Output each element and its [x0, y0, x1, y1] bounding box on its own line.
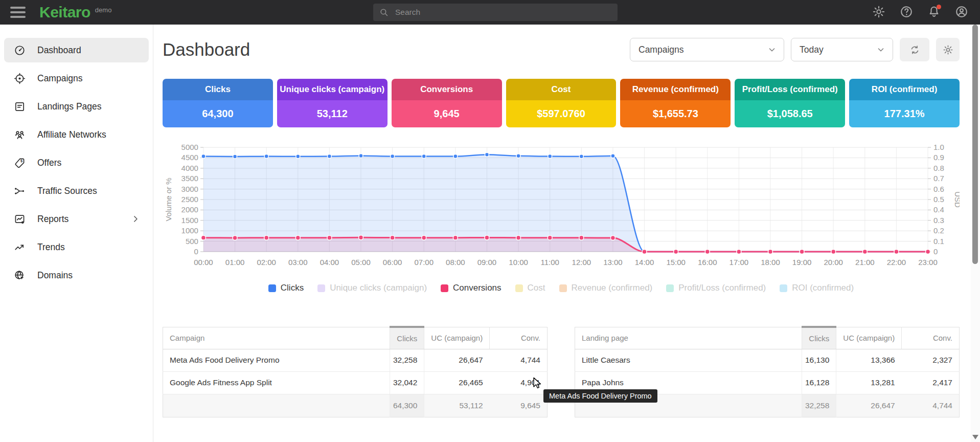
svg-text:3000: 3000	[181, 185, 198, 193]
metric-value: 177.31%	[849, 100, 960, 127]
svg-text:20:00: 20:00	[824, 258, 843, 267]
metric-value: 53,112	[277, 100, 388, 127]
totals-cell: 64,300	[390, 394, 424, 417]
account-button[interactable]	[954, 5, 969, 19]
refresh-icon	[909, 45, 920, 55]
table-row[interactable]: Google Ads Fitness App Split32,04226,465…	[163, 371, 548, 394]
column-header-uc-campaign[interactable]: UC (campaign)	[424, 327, 490, 349]
svg-text:16:00: 16:00	[698, 258, 717, 267]
trends-icon	[14, 241, 26, 253]
legend-item-unique-clicks-campaign[interactable]: Unique clicks (campaign)	[317, 283, 427, 293]
metric-value: $1,058.65	[735, 100, 845, 127]
sidebar-item-affiliate-networks[interactable]: Affiliate Networks	[4, 122, 149, 147]
sidebar-item-label: Reports	[37, 214, 69, 225]
svg-text:5000: 5000	[181, 143, 198, 151]
sidebar-item-reports[interactable]: Reports	[4, 207, 149, 231]
user-icon	[955, 5, 968, 18]
svg-text:4000: 4000	[181, 164, 198, 172]
traffic-chart[interactable]: 005000.110000.215000.320000.425000.53000…	[163, 143, 960, 274]
svg-text:500: 500	[186, 237, 198, 246]
main-content: Dashboard Campaigns Today	[153, 25, 971, 442]
svg-text:USD: USD	[953, 191, 960, 208]
search-input[interactable]	[395, 8, 611, 17]
sidebar-item-trends[interactable]: Trends	[4, 235, 149, 259]
column-header-landing-page[interactable]: Landing page	[575, 327, 802, 349]
svg-text:0.7: 0.7	[933, 174, 944, 183]
table-row[interactable]: Little Caesars16,13013,3662,327	[575, 349, 960, 371]
help-button[interactable]	[899, 5, 914, 19]
legend-item-cost[interactable]: Cost	[515, 283, 545, 293]
svg-text:3500: 3500	[181, 174, 198, 183]
dashboard-icon	[14, 45, 26, 56]
metric-card-unique-clicks-campaign[interactable]: Unique clicks (campaign)53,112	[277, 79, 388, 127]
menu-toggle-button[interactable]	[10, 7, 26, 18]
domains-icon	[14, 270, 26, 281]
sidebar-item-traffic-sources[interactable]: Traffic Sources	[4, 179, 149, 203]
affiliate-icon	[14, 129, 26, 141]
chart-legend: ClicksUnique clicks (campaign)Conversion…	[163, 283, 960, 293]
sidebar-item-landings-pages[interactable]: Landings Pages	[4, 94, 149, 119]
svg-text:03:00: 03:00	[288, 258, 308, 267]
scroll-down-arrow[interactable]	[972, 435, 978, 439]
reports-icon	[14, 213, 26, 225]
column-header-clicks[interactable]: Clicks	[390, 327, 424, 349]
chevron-down-icon	[767, 45, 777, 54]
metric-card-cost[interactable]: Cost$597.0760	[506, 79, 617, 127]
campaigns-filter-select[interactable]: Campaigns	[630, 38, 784, 61]
date-range-value: Today	[800, 45, 824, 55]
sidebar-item-dashboard[interactable]: Dashboard	[4, 38, 149, 62]
sidebar-item-campaigns[interactable]: Campaigns	[4, 66, 149, 91]
legend-item-revenue-confirmed[interactable]: Revenue (confirmed)	[559, 283, 653, 293]
dashboard-settings-button[interactable]	[936, 38, 960, 61]
legend-swatch	[559, 284, 567, 292]
search-box[interactable]	[373, 4, 618, 21]
legend-item-clicks[interactable]: Clicks	[268, 283, 304, 293]
legend-swatch	[317, 284, 325, 292]
svg-text:08:00: 08:00	[446, 258, 465, 267]
column-header-campaign[interactable]: Campaign	[163, 327, 390, 349]
svg-text:2000: 2000	[181, 205, 198, 214]
settings-button[interactable]	[872, 5, 886, 19]
page-scrollbar[interactable]	[971, 25, 980, 442]
svg-text:0.5: 0.5	[933, 195, 944, 204]
sidebar-item-label: Dashboard	[37, 45, 81, 56]
table-cell: Little Caesars	[575, 349, 802, 371]
svg-text:23:00: 23:00	[918, 258, 938, 267]
table-cell: 32,042	[390, 371, 424, 394]
sidebar-item-label: Offers	[37, 158, 61, 168]
sidebar-item-label: Affiliate Networks	[37, 129, 106, 140]
metric-card-roi-confirmed[interactable]: ROI (confirmed)177.31%	[849, 79, 960, 127]
sidebar-item-offers[interactable]: $Offers	[4, 150, 149, 175]
column-header-conv[interactable]: Conv.	[490, 327, 548, 349]
legend-swatch	[268, 284, 276, 292]
scrollbar-thumb[interactable]	[972, 25, 978, 264]
svg-text:19:00: 19:00	[792, 258, 812, 267]
metric-card-conversions[interactable]: Conversions9,645	[392, 79, 502, 127]
dashboard-controls: Campaigns Today	[630, 38, 960, 61]
legend-label: Conversions	[453, 283, 502, 293]
date-range-select[interactable]: Today	[791, 38, 893, 61]
metric-card-revenue-confirmed[interactable]: Revenue (confirmed)$1,655.73	[620, 79, 731, 127]
legend-item-roi-confirmed[interactable]: ROI (confirmed)	[780, 283, 854, 293]
table-row[interactable]: Meta Ads Food Delivery Promo32,25826,647…	[163, 349, 548, 371]
metric-card-profit-loss-confirmed[interactable]: Profit/Loss (confirmed)$1,058.65	[735, 79, 845, 127]
svg-text:17:00: 17:00	[730, 258, 749, 267]
sidebar-item-label: Domains	[37, 270, 73, 281]
sidebar-item-domains[interactable]: Domains	[4, 263, 149, 288]
sidebar-item-label: Traffic Sources	[37, 186, 97, 196]
svg-text:07:00: 07:00	[414, 258, 433, 267]
svg-text:22:00: 22:00	[887, 258, 906, 267]
metric-card-clicks[interactable]: Clicks64,300	[163, 79, 273, 127]
refresh-button[interactable]	[900, 38, 929, 61]
column-header-uc-campaign[interactable]: UC (campaign)	[836, 327, 902, 349]
notification-badge	[937, 5, 941, 9]
legend-item-conversions[interactable]: Conversions	[441, 283, 502, 293]
svg-text:02:00: 02:00	[257, 258, 276, 267]
notifications-button[interactable]	[927, 5, 941, 19]
topbar-actions	[872, 5, 969, 19]
column-header-clicks[interactable]: Clicks	[802, 327, 836, 349]
legend-label: Clicks	[281, 283, 304, 293]
legend-item-profit-loss-confirmed[interactable]: Profit/Loss (confirmed)	[666, 283, 766, 293]
column-header-conv[interactable]: Conv.	[902, 327, 960, 349]
legend-label: Profit/Loss (confirmed)	[678, 283, 766, 293]
